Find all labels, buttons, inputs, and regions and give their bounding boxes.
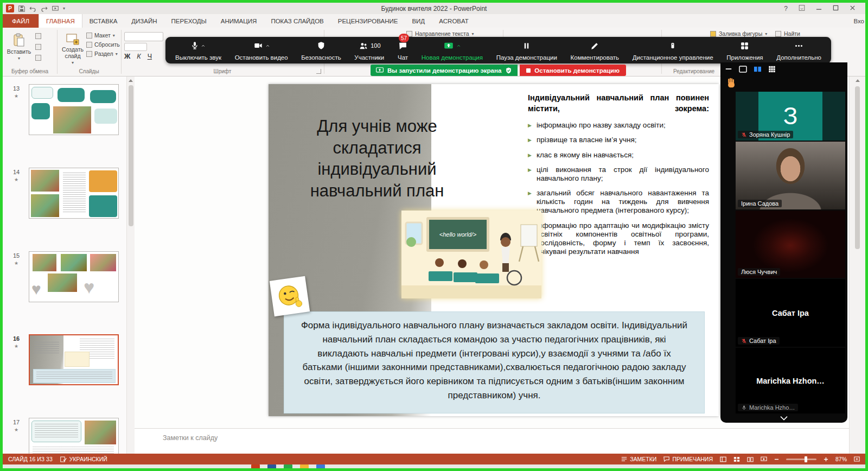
language-button[interactable]: УКРАИНСКИЙ [60, 456, 107, 462]
paste-button[interactable]: Вставить▾ [7, 31, 31, 70]
taskbar-app-icon[interactable] [251, 464, 260, 468]
fit-to-window-button[interactable] [854, 456, 860, 462]
zoom-percentage[interactable]: 87% [835, 456, 847, 462]
zoom-slider[interactable] [786, 459, 816, 460]
start-slideshow-icon[interactable] [52, 5, 59, 12]
notes-toggle[interactable]: ЗАМЕТКИ [621, 456, 656, 462]
panel-collapse-chevron[interactable] [775, 414, 793, 422]
ribbon-tab-row: ФАЙЛ ГЛАВНАЯ ВСТАВКА ДИЗАЙН ПЕРЕХОДЫ АНИ… [3, 14, 865, 28]
chevron-up-icon[interactable] [265, 43, 270, 48]
zoom-new-share-button[interactable]: Новая демонстрация [417, 37, 487, 63]
undo-icon[interactable] [29, 5, 36, 12]
zoom-participants-button[interactable]: 100 Участники [350, 37, 388, 63]
zoom-pause-share-button[interactable]: Пауза демонстрации [492, 37, 561, 63]
tab-review[interactable]: РЕЦЕНЗИРОВАНИЕ [331, 14, 405, 28]
layout-button[interactable]: Макет▾ [86, 32, 120, 39]
underline-button[interactable]: Ч [148, 53, 152, 60]
copy-icon[interactable] [35, 44, 41, 50]
italic-button[interactable]: К [137, 53, 141, 60]
close-button[interactable] [850, 5, 856, 12]
tab-acrobat[interactable]: ACROBAT [432, 14, 476, 28]
video-tile-zoryana[interactable]: З Зоряна Кушнір [736, 92, 845, 141]
format-painter-icon[interactable] [35, 55, 41, 61]
participant-count: 100 [371, 42, 380, 49]
find-button[interactable]: Найти [775, 30, 800, 37]
restore-button[interactable] [833, 5, 839, 12]
slide-thumbnail-14[interactable]: 14★ [3, 168, 126, 222]
taskbar-app-icon[interactable] [284, 464, 292, 468]
tab-view[interactable]: ВИД [405, 14, 432, 28]
tab-file[interactable]: ФАЙЛ [3, 14, 39, 28]
zoom-apps-button[interactable]: Приложения [722, 37, 767, 63]
stop-share-button[interactable]: Остановить демонстрацию [520, 65, 626, 76]
zoom-mute-button[interactable]: Выключить звук [171, 37, 226, 63]
tab-slideshow[interactable]: ПОКАЗ СЛАЙДОВ [264, 14, 330, 28]
minimize-button[interactable] [816, 5, 822, 12]
ribbon-options-icon[interactable] [799, 5, 805, 12]
font-size-combo[interactable] [124, 43, 147, 51]
font-name-combo[interactable] [124, 32, 163, 41]
save-icon[interactable] [18, 5, 25, 12]
redo-icon[interactable] [41, 5, 48, 12]
notes-area[interactable]: Заметки к слайду [135, 428, 849, 454]
taskbar-app-icon[interactable] [300, 464, 309, 468]
new-slide-button[interactable]: Создать слайд▾ [60, 31, 85, 70]
qat-customize-icon[interactable]: ▾ [63, 6, 65, 11]
zoom-out-button[interactable] [774, 457, 779, 462]
slide-16[interactable]: Для учнів може складатися індивідуальний… [269, 84, 719, 416]
sign-in-link[interactable]: Вхо [853, 14, 865, 28]
reading-view-button[interactable] [747, 456, 754, 462]
shape-fill-button[interactable]: Заливка фигуры▾ [710, 30, 767, 37]
zoom-security-button[interactable]: Безопасность [297, 37, 345, 63]
zoom-stop-video-button[interactable]: Остановить видео [231, 37, 292, 63]
zoom-annotate-button[interactable]: Комментировать [566, 37, 624, 63]
video-tile-lyusya[interactable]: Люся Чучвич [736, 211, 845, 278]
tab-design[interactable]: ДИЗАЙН [124, 14, 164, 28]
bullet-item: ▶інформацію про назву закладу освіти; [528, 121, 709, 130]
zoom-more-button[interactable]: Дополнительно [772, 37, 826, 63]
video-tile-iryna[interactable]: Ірина Садова [736, 142, 845, 209]
slide-sorter-view-button[interactable] [733, 456, 740, 462]
cut-icon[interactable] [35, 33, 41, 39]
taskbar-app-icon[interactable] [267, 464, 276, 468]
clipboard-group-label: Буфер обмена [3, 68, 57, 74]
zoom-in-button[interactable] [824, 457, 828, 462]
slide-thumbnail-16-selected[interactable]: 16★ [3, 334, 126, 389]
chevron-up-icon[interactable] [456, 43, 461, 48]
thumbnail-scrollbar[interactable] [126, 77, 135, 454]
tab-home[interactable]: ГЛАВНАЯ [39, 14, 82, 28]
help-button[interactable]: ? [784, 5, 788, 12]
video-tile-marichka[interactable]: Marichka Hzhon… Marichka Hzho… [736, 348, 845, 413]
slide-thumbnail-15[interactable]: 15★ ♥ ♥ [3, 251, 126, 305]
gallery-view-icon[interactable] [754, 65, 762, 75]
reset-button[interactable]: Сбросить [86, 41, 120, 48]
speaker-view-icon[interactable] [739, 65, 747, 75]
panel-minimize-icon[interactable] [725, 65, 732, 75]
zoom-meeting-toolbar: Выключить звук Остановить видео Безопасн… [165, 37, 831, 63]
grid-view-icon[interactable] [768, 65, 776, 75]
zoom-remote-control-button[interactable]: Дистанционное управление [628, 37, 718, 63]
comments-toggle[interactable]: ПРИМЕЧАНИЯ [663, 456, 713, 462]
vertical-scrollbar[interactable] [849, 77, 865, 454]
zoom-slider-thumb[interactable] [805, 456, 807, 462]
chevron-up-icon[interactable] [201, 43, 206, 48]
tab-animations[interactable]: АНИМАЦИЯ [214, 14, 264, 28]
participant-name: Люся Чучвич [741, 269, 777, 275]
section-button[interactable]: Раздел▾ [86, 50, 120, 57]
tab-transitions[interactable]: ПЕРЕХОДЫ [164, 14, 214, 28]
video-tile-sabat[interactable]: Сабат Іра Сабат Іра [736, 279, 845, 347]
zoom-chat-button[interactable]: 57 Чат [393, 37, 412, 63]
tab-insert[interactable]: ВСТАВКА [82, 14, 125, 28]
smiley-sticker [270, 276, 310, 317]
slide-thumbnail-13[interactable]: 13★ [3, 84, 126, 138]
slideshow-view-button[interactable] [761, 456, 767, 462]
bold-button[interactable]: Ж [124, 53, 130, 60]
text-direction-button[interactable]: Направление текста▾ [406, 30, 474, 37]
screen-share-status: Вы запустили демонстрацию экрана [371, 65, 518, 76]
slide-thumbnail-17[interactable]: 17★ [3, 418, 126, 454]
font-dialog-launcher-icon[interactable] [316, 69, 321, 74]
scroll-up-icon[interactable] [129, 79, 133, 82]
scroll-up-icon[interactable] [856, 79, 860, 82]
taskbar-app-icon[interactable] [316, 464, 325, 468]
normal-view-button[interactable] [720, 456, 726, 462]
